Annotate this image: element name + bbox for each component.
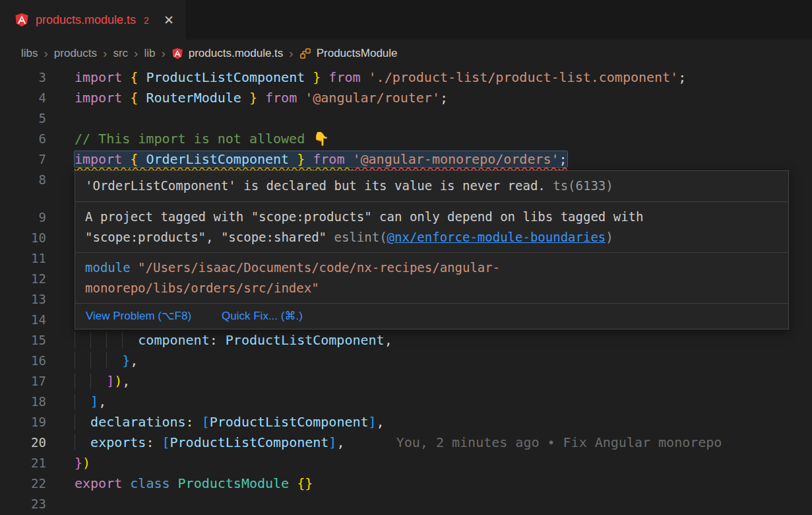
breadcrumb: libs › products › src › lib › products.m… bbox=[0, 40, 812, 67]
code-token: ) bbox=[114, 373, 122, 389]
code-line[interactable]: 18 ], bbox=[0, 392, 812, 412]
code-token: ProductListComponent bbox=[146, 69, 305, 85]
breadcrumb-item-src[interactable]: src bbox=[113, 47, 128, 60]
hover-text: "/Users/isaac/Documents/code/nx-recipes/… bbox=[85, 260, 500, 295]
line-number: 16 bbox=[0, 351, 46, 371]
indent-guide bbox=[75, 373, 106, 389]
code-token: exports bbox=[90, 434, 146, 450]
code-token: [ bbox=[162, 434, 170, 450]
code-token: component bbox=[138, 332, 209, 348]
code-token: ; bbox=[440, 90, 448, 106]
view-problem-link[interactable]: View Problem (⌥F8) bbox=[86, 308, 191, 324]
code-line-content: import { RouterModule } from '@angular/r… bbox=[46, 88, 448, 108]
line-number: 9 bbox=[0, 207, 46, 228]
code-line[interactable]: 23 bbox=[0, 494, 812, 514]
code-line[interactable]: 21}) bbox=[0, 453, 812, 473]
line-number: 22 bbox=[0, 473, 46, 494]
code-token: ; bbox=[678, 69, 686, 85]
chevron-right-icon: › bbox=[161, 46, 165, 61]
code-token: 👇 bbox=[313, 131, 329, 147]
code-line-content bbox=[46, 108, 75, 129]
code-token: import bbox=[75, 151, 130, 167]
quick-fix-link[interactable]: Quick Fix... (⌘.) bbox=[222, 308, 303, 324]
code-token: : bbox=[146, 434, 162, 450]
code-line[interactable]: 17 ]), bbox=[0, 371, 812, 392]
indent-guide bbox=[75, 434, 90, 450]
code-line-content bbox=[46, 289, 75, 310]
code-token: '@angular/router' bbox=[305, 90, 440, 106]
code-token: } bbox=[289, 151, 313, 167]
code-line[interactable]: 19 declarations: [ProductListComponent], bbox=[0, 412, 812, 432]
code-token: ProductsModule bbox=[178, 475, 297, 491]
line-number: 6 bbox=[0, 129, 46, 149]
code-token: } bbox=[75, 455, 82, 471]
line-number: 17 bbox=[0, 371, 46, 392]
line-number: 18 bbox=[0, 392, 46, 412]
code-line-content: component: ProductListComponent, bbox=[46, 330, 392, 351]
hover-actions: View Problem (⌥F8)Quick Fix... (⌘.) bbox=[75, 304, 788, 329]
breadcrumb-item-lib[interactable]: lib bbox=[144, 47, 155, 60]
chevron-right-icon: › bbox=[103, 46, 107, 61]
code-token: ] bbox=[328, 434, 336, 450]
code-token: OrderListComponent bbox=[146, 151, 289, 167]
chevron-right-icon: › bbox=[44, 46, 48, 61]
code-token: ProductListComponent bbox=[210, 414, 369, 430]
code-line-content bbox=[46, 494, 75, 514]
code-token: ] bbox=[90, 394, 98, 409]
line-number: 11 bbox=[0, 248, 46, 269]
code-line-content: // This import is not allowed 👇 bbox=[46, 129, 329, 149]
code-token: { bbox=[130, 90, 146, 106]
line-number: 4 bbox=[0, 88, 46, 108]
line-number: 10 bbox=[0, 228, 46, 248]
line-number: 14 bbox=[0, 310, 46, 330]
code-line[interactable]: 20 exports: [ProductListComponent],You, … bbox=[0, 432, 812, 453]
code-token: RouterModule bbox=[146, 90, 241, 106]
indent-guide bbox=[75, 332, 138, 348]
code-line[interactable]: 5 bbox=[0, 108, 812, 129]
breadcrumb-item-symbol[interactable]: ProductsModule bbox=[299, 47, 398, 60]
code-line-content: }) bbox=[46, 453, 90, 473]
code-line[interactable]: 3import { ProductListComponent } from '.… bbox=[0, 67, 812, 88]
close-tab-icon[interactable]: ✕ bbox=[164, 13, 174, 28]
code-token: export bbox=[75, 475, 130, 491]
line-number: 12 bbox=[0, 269, 46, 289]
code-line[interactable]: 4import { RouterModule } from '@angular/… bbox=[0, 88, 812, 108]
code-line-content: exports: [ProductListComponent],You, 2 m… bbox=[46, 432, 722, 453]
breadcrumb-item-libs[interactable]: libs bbox=[21, 47, 38, 60]
chevron-right-icon: › bbox=[289, 46, 293, 61]
hover-section: module "/Users/isaac/Documents/code/nx-r… bbox=[75, 253, 788, 304]
hover-section: A project tagged with "scope:products" c… bbox=[75, 202, 788, 253]
chevron-right-icon: › bbox=[134, 46, 138, 61]
code-line-content bbox=[46, 170, 75, 190]
code-token: ProductListComponent bbox=[170, 434, 329, 450]
code-token: } bbox=[241, 90, 265, 106]
code-token: class bbox=[130, 475, 177, 491]
line-number: 5 bbox=[0, 108, 46, 129]
code-token: declarations bbox=[90, 414, 186, 430]
code-line[interactable]: 22export class ProductsModule {} bbox=[0, 473, 812, 494]
hover-text: ) bbox=[606, 230, 613, 244]
angular-icon bbox=[172, 48, 183, 59]
code-line[interactable]: 16 }, bbox=[0, 351, 812, 371]
line-number: 21 bbox=[0, 453, 46, 473]
hover-text: eslint( bbox=[334, 230, 387, 244]
code-line[interactable]: 15 component: ProductListComponent, bbox=[0, 330, 812, 351]
code-line[interactable]: 7import { OrderListComponent } from '@an… bbox=[0, 149, 812, 170]
line-number: 23 bbox=[0, 494, 46, 514]
code-token: , bbox=[98, 394, 106, 409]
code-token: './product-list/product-list.component' bbox=[369, 69, 679, 85]
code-token: import bbox=[75, 69, 130, 85]
breadcrumb-item-products[interactable]: products bbox=[54, 47, 97, 60]
vscode-window: products.module.ts 2 ✕ libs › products ›… bbox=[0, 0, 812, 514]
code-line[interactable]: 6// This import is not allowed 👇 bbox=[0, 129, 812, 149]
code-line-content: ]), bbox=[46, 371, 130, 392]
code-line-content: import { ProductListComponent } from './… bbox=[46, 67, 686, 88]
line-number: 13 bbox=[0, 289, 46, 310]
breadcrumb-item-file[interactable]: products.module.ts bbox=[172, 47, 284, 60]
code-token: } bbox=[305, 69, 328, 85]
eslint-rule-link[interactable]: @nx/enforce-module-boundaries bbox=[387, 230, 606, 244]
code-token: ) bbox=[82, 455, 90, 471]
hover-popup: 'OrderListComponent' is declared but its… bbox=[75, 170, 789, 329]
tab-products-module[interactable]: products.module.ts 2 ✕ bbox=[0, 0, 187, 40]
indent-guide bbox=[75, 353, 122, 368]
